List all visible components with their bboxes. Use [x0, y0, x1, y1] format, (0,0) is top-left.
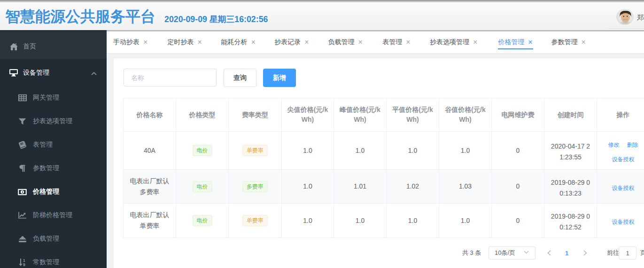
svg-text:9: 9	[23, 262, 25, 267]
